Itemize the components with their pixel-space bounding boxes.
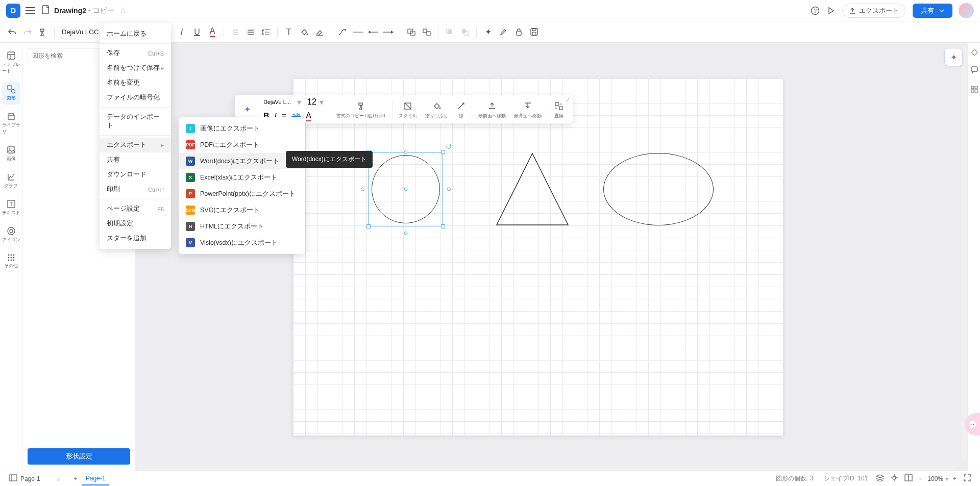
help-icon[interactable]: ? xyxy=(811,6,820,15)
rail-library[interactable]: ライブラリ xyxy=(2,109,20,138)
lock-button[interactable] xyxy=(511,25,526,39)
menu-star[interactable]: スターを追加 xyxy=(100,231,171,246)
resize-handle-ne[interactable] xyxy=(441,150,445,154)
canvas-page[interactable] xyxy=(293,79,783,436)
vertical-scrollbar[interactable] xyxy=(962,46,967,461)
resize-handle-se[interactable] xyxy=(441,224,445,228)
export-button[interactable]: エクスポート xyxy=(842,4,905,18)
fill-button[interactable] xyxy=(297,25,311,39)
menu-import[interactable]: データのインポート xyxy=(100,110,171,133)
rail-shapes[interactable]: 図形 xyxy=(2,82,20,105)
ai-assistant-button[interactable]: ✦ xyxy=(944,48,963,66)
horizontal-scrollbar[interactable] xyxy=(139,465,958,470)
line-height-button[interactable] xyxy=(259,25,273,39)
export-pdf[interactable]: PDFPDFにエクスポート xyxy=(179,137,305,153)
zoom-in-button[interactable]: ＋ xyxy=(951,474,958,483)
export-image[interactable]: I画像にエクスポート xyxy=(179,120,305,137)
layers-icon[interactable] xyxy=(876,474,884,483)
ctx-font-size[interactable]: 12 xyxy=(307,97,316,107)
format-painter-icon[interactable] xyxy=(357,101,366,111)
canvas[interactable]: ✦ ▾ 12 ▾ B I ≡ ab A 書式のコピー / 貼り付け xyxy=(136,43,968,471)
menu-encrypt[interactable]: ファイルの暗号化 xyxy=(100,90,171,105)
italic-button[interactable]: I xyxy=(175,25,189,39)
app-logo[interactable]: D xyxy=(6,4,20,18)
menu-save-as[interactable]: 名前をつけて保存▸ xyxy=(100,61,171,75)
star-icon[interactable]: ☆ xyxy=(119,6,127,15)
style-icon[interactable] xyxy=(403,101,412,111)
menu-print[interactable]: 印刷Ctrl+P xyxy=(100,182,171,197)
menu-rename[interactable]: 名前を変更 xyxy=(100,75,171,90)
fullscreen-button[interactable] xyxy=(964,474,971,483)
menu-download[interactable]: ダウンロード xyxy=(100,167,171,182)
page-select[interactable]: Page-1 ⌵ xyxy=(20,475,60,482)
export-ppt[interactable]: PPowerPoint(pptx)にエクスポート xyxy=(179,186,305,202)
document-title[interactable]: Drawing2 xyxy=(54,7,86,15)
export-svg[interactable]: SVGSVGにエクスポート xyxy=(179,202,305,218)
shape-circle[interactable] xyxy=(372,155,440,223)
menu-home[interactable]: ホームに戻る xyxy=(100,27,171,41)
avatar[interactable] xyxy=(959,3,974,18)
effects-button[interactable]: ✦ xyxy=(481,25,495,39)
send-back-icon[interactable] xyxy=(523,101,532,111)
right-rail-grid-icon[interactable] xyxy=(970,85,978,95)
arrow-start-button[interactable] xyxy=(366,25,380,39)
line-icon[interactable] xyxy=(456,101,465,111)
format-painter-button[interactable] xyxy=(36,25,50,39)
zoom-level[interactable]: 100% xyxy=(927,475,943,482)
pages-panel-icon[interactable] xyxy=(9,474,17,483)
right-rail-comment-icon[interactable] xyxy=(970,66,978,76)
font-color-button[interactable]: A xyxy=(205,25,219,39)
menu-init[interactable]: 初期設定 xyxy=(100,216,171,231)
resize-handle-sw[interactable] xyxy=(366,224,371,228)
align-button[interactable] xyxy=(243,25,258,39)
bring-front-icon[interactable] xyxy=(487,101,497,111)
bring-front-button[interactable] xyxy=(443,25,457,39)
send-back-button[interactable] xyxy=(458,25,472,39)
play-icon[interactable] xyxy=(827,7,835,15)
undo-button[interactable] xyxy=(5,25,19,39)
replace-icon[interactable] xyxy=(554,101,564,111)
redo-button[interactable] xyxy=(20,25,35,39)
ai-spark-icon[interactable]: ✦ xyxy=(244,105,251,114)
rail-templates[interactable]: テンプレート xyxy=(2,48,20,78)
mid-handle-n[interactable] xyxy=(404,150,408,154)
fill-icon[interactable] xyxy=(432,101,442,111)
rotate-handle[interactable] xyxy=(446,143,452,149)
focus-icon[interactable] xyxy=(890,474,898,483)
menu-export[interactable]: エクスポート▸ xyxy=(100,138,171,152)
highlight-button[interactable] xyxy=(312,25,327,39)
mid-handle-e[interactable] xyxy=(447,188,451,191)
add-page-button[interactable]: ＋ xyxy=(72,474,79,483)
zoom-out-button[interactable]: − xyxy=(919,475,922,482)
mid-handle-s[interactable] xyxy=(404,232,408,235)
group-button[interactable] xyxy=(404,25,419,39)
export-excel[interactable]: XExcel(xlsx)にエクスポート xyxy=(179,169,305,186)
rail-more[interactable]: その他 xyxy=(2,250,20,272)
rail-icons[interactable]: アイコン xyxy=(2,223,20,246)
edit-button[interactable] xyxy=(496,25,510,39)
underline-button[interactable]: U xyxy=(190,25,204,39)
rail-text[interactable]: Tテキスト xyxy=(2,196,20,219)
export-html[interactable]: HHTMLにエクスポート xyxy=(179,218,305,235)
hamburger-icon[interactable] xyxy=(26,7,35,14)
arrow-end-button[interactable] xyxy=(381,25,396,39)
right-rail-diamond-icon[interactable]: ◇ xyxy=(971,47,977,57)
menu-page-setup[interactable]: ページ設定F6 xyxy=(100,201,171,216)
text-tool-button[interactable]: T xyxy=(282,25,296,39)
shape-ellipse[interactable] xyxy=(603,153,714,225)
text-align-button[interactable] xyxy=(228,25,242,39)
ctx-font-select[interactable] xyxy=(263,99,294,105)
line-style-button[interactable] xyxy=(351,25,365,39)
export-visio[interactable]: VVisio(vsdx)にエクスポート xyxy=(179,235,305,251)
shape-triangle[interactable] xyxy=(495,151,570,227)
rail-images[interactable]: 画像 xyxy=(2,142,20,165)
ungroup-button[interactable] xyxy=(420,25,434,39)
mid-handle-w[interactable] xyxy=(361,188,364,191)
share-button[interactable]: 共有 xyxy=(913,4,952,18)
save-icon-button[interactable] xyxy=(527,25,541,39)
ctx-pin-icon[interactable]: ⤢ xyxy=(566,97,570,103)
menu-share[interactable]: 共有 xyxy=(100,152,171,167)
outline-icon[interactable] xyxy=(904,474,913,483)
shape-settings-button[interactable]: 形状設定 xyxy=(28,448,130,465)
ctx-color[interactable]: A xyxy=(306,111,311,121)
